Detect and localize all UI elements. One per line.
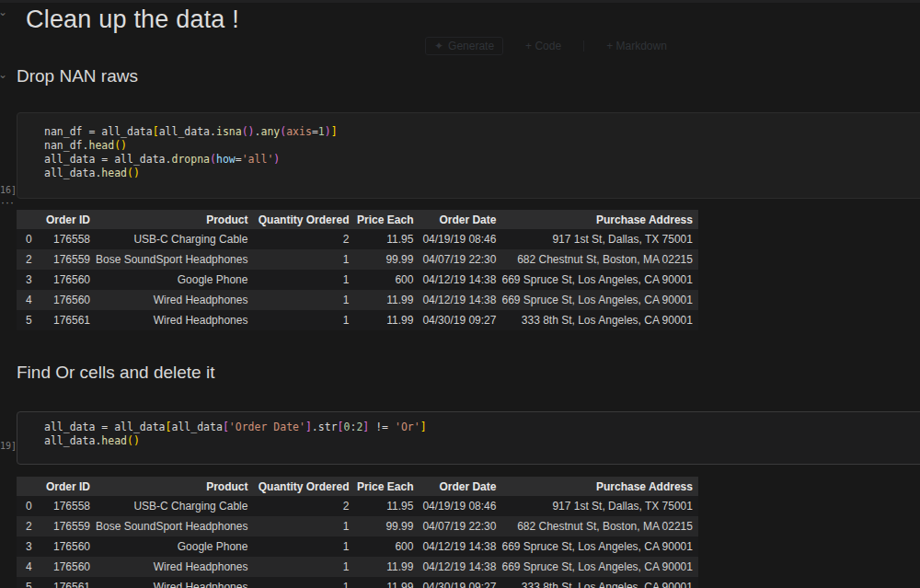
table-cell: 682 Chestnut St, Boston, MA 02215 (501, 516, 697, 536)
code-token: head (88, 139, 114, 152)
code-token: all_data. (159, 125, 216, 138)
code-token: [ (166, 421, 172, 433)
output-overflow-ellipsis[interactable]: ··· (1, 196, 15, 209)
code-token: = (312, 125, 318, 138)
editor-top-edge (0, 0, 920, 3)
code-token: () (127, 167, 140, 179)
code-token: .str (312, 421, 338, 433)
table-cell: 2 (17, 516, 42, 536)
table-cell: 04/30/19 09:27 (419, 577, 501, 588)
code-cell-editor[interactable]: all_data = all_data[all_data['Order Date… (17, 411, 920, 465)
table-row: 0176558USB-C Charging Cable211.9504/19/1… (17, 229, 698, 249)
code-token: all_data. (44, 167, 101, 179)
table-cell: 1 (253, 577, 354, 588)
table-cell: 917 1st St, Dallas, TX 75001 (501, 496, 697, 516)
table-cell: 176560 (42, 290, 96, 310)
table-cell: 176560 (42, 270, 96, 290)
add-code-cell-button[interactable]: + Code (516, 37, 570, 55)
table-cell: 04/30/19 09:27 (419, 310, 501, 330)
table-cell: 176561 (42, 310, 96, 330)
table-cell: 11.99 (354, 310, 419, 330)
column-header (17, 477, 42, 496)
fold-chevron-icon[interactable]: ⌄ (0, 70, 7, 79)
table-cell: 0 (17, 229, 42, 249)
dataframe-output-table: Order IDProductQuantity OrderedPrice Eac… (17, 210, 698, 330)
table-row: 2176559Bose SoundSport Headphones199.990… (17, 249, 698, 270)
add-markdown-cell-button[interactable]: + Markdown (597, 37, 676, 55)
add-code-label: + Code (525, 40, 561, 52)
code-token: ] (420, 421, 427, 433)
table-row: 3176560Google Phone160004/12/19 14:38669… (17, 536, 698, 557)
table-cell: 4 (17, 557, 42, 577)
table-cell: 669 Spruce St, Los Angeles, CA 90001 (501, 270, 697, 290)
code-token: 'all' (242, 153, 274, 166)
code-token: () (127, 434, 140, 447)
table-cell: 04/19/19 08:46 (419, 496, 501, 516)
table-cell: 11.99 (354, 290, 419, 310)
code-line[interactable]: nan_df.head() (44, 139, 920, 153)
page-title[interactable]: Clean up the data ! (26, 6, 239, 34)
column-header: Order Date (419, 477, 501, 496)
code-token: ] (305, 421, 312, 433)
code-line[interactable]: all_data = all_data.dropna(how='all') (44, 153, 920, 167)
code-token: any (260, 125, 280, 138)
table-cell: 2 (17, 249, 42, 270)
table-cell: Wired Headphones (96, 557, 253, 577)
code-token: [ (223, 421, 229, 433)
table-cell: 176559 (42, 249, 96, 270)
table-cell: 5 (17, 577, 42, 588)
code-token: axis (286, 125, 312, 138)
table-row: 4176560Wired Headphones111.9904/12/19 14… (17, 557, 698, 577)
table-cell: Wired Headphones (96, 310, 253, 330)
table-cell: 1 (253, 270, 354, 290)
table-cell: 333 8th St, Los Angeles, CA 90001 (501, 310, 697, 330)
generate-button[interactable]: ✦ Generate (425, 37, 503, 55)
code-token: how (216, 153, 236, 166)
table-cell: 2 (253, 496, 354, 516)
column-header: Order ID (42, 210, 96, 229)
section-heading-find-or[interactable]: Find Or cells and delete it (17, 363, 214, 383)
column-header: Product (96, 210, 253, 229)
notebook-editor: ⌄ ⌄ Clean up the data ! ✦ Generate + Cod… (0, 0, 920, 588)
table-cell: Bose SoundSport Headphones (96, 249, 253, 270)
insert-cell-toolbar: ✦ Generate + Code + Markdown (425, 37, 676, 55)
table-cell: 04/12/19 14:38 (419, 557, 501, 577)
code-token: ) (273, 153, 280, 166)
code-cell-editor[interactable]: nan_df = all_data[all_data.isna().any(ax… (17, 112, 920, 199)
table-cell: 1 (253, 290, 354, 310)
table-cell: 11.99 (354, 577, 419, 588)
column-header: Purchase Address (501, 210, 697, 229)
code-line[interactable]: nan_df = all_data[all_data.isna().any(ax… (44, 125, 920, 139)
code-token: 'Or' (395, 421, 420, 433)
column-header: Quantity Ordered (253, 477, 354, 496)
code-token: head (101, 167, 127, 179)
code-token: all_data (172, 421, 223, 433)
table-cell: USB-C Charging Cable (96, 496, 253, 516)
code-line[interactable]: all_data.head() (44, 434, 920, 448)
table-cell: 5 (17, 310, 42, 330)
table-cell: 3 (17, 536, 42, 557)
section-heading-drop-nan[interactable]: Drop NAN raws (17, 66, 138, 86)
table-cell: 04/12/19 14:38 (419, 536, 501, 557)
code-token: 1 (318, 125, 325, 138)
table-row: 0176558USB-C Charging Cable211.9504/19/1… (17, 496, 698, 516)
fold-chevron-icon[interactable]: ⌄ (0, 7, 7, 17)
table-cell: 669 Spruce St, Los Angeles, CA 90001 (501, 536, 697, 557)
table-cell: 3 (17, 270, 42, 290)
code-token: ) (325, 125, 331, 138)
table-cell: 176559 (42, 516, 96, 536)
code-line[interactable]: all_data = all_data[all_data['Order Date… (44, 421, 920, 434)
code-token: [ (338, 421, 344, 433)
table-cell: 176558 (42, 229, 96, 249)
table-cell: 2 (253, 229, 354, 249)
code-token: nan_df. (44, 139, 88, 152)
code-token: nan_df = all_data (44, 125, 153, 138)
table-cell: 1 (253, 249, 354, 270)
column-header: Price Each (354, 210, 419, 229)
table-cell: 04/07/19 22:30 (419, 249, 501, 270)
add-markdown-label: + Markdown (606, 40, 667, 52)
table-cell: 669 Spruce St, Los Angeles, CA 90001 (501, 290, 697, 310)
code-line[interactable]: all_data.head() (44, 167, 920, 180)
code-token: ( (210, 153, 216, 166)
table-cell: Google Phone (96, 536, 253, 557)
